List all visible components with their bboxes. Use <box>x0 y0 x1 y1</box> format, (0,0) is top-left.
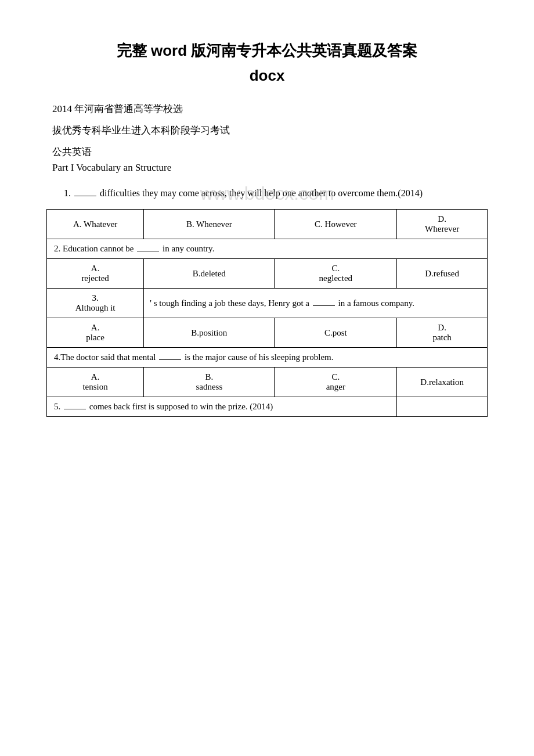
q1-option-d: D.Wherever <box>397 210 488 239</box>
q2-option-d: D.refused <box>397 259 488 289</box>
q5-question-row: 5. comes back first is supposed to win t… <box>47 397 488 417</box>
page-container: 完整 word 版河南专升本公共英语真题及答案 docx 2014 年河南省普通… <box>46 41 488 417</box>
q2-option-a: A.rejected <box>47 259 144 289</box>
q1-blank <box>73 188 100 198</box>
page-title-line2: docx <box>46 67 488 85</box>
answers-table: A. Whatever B. Whenever C. However D.Whe… <box>46 209 488 417</box>
q4-options-row: A.tension B.sadness C.anger D.relaxation <box>47 368 488 397</box>
q4-option-b: B.sadness <box>144 368 275 397</box>
q1-options-row: A. Whatever B. Whenever C. However D.Whe… <box>47 210 488 239</box>
selection-text: 拔优秀专科毕业生进入本科阶段学习考试 <box>52 124 488 137</box>
q2-option-b: B.deleted <box>144 259 275 289</box>
q3-question-row: 3.Although it ' s tough finding a job th… <box>47 289 488 318</box>
q2-options-row: A.rejected B.deleted C.neglected D.refus… <box>47 259 488 289</box>
q3-option-c: C.post <box>275 318 397 348</box>
q3-option-b: B.position <box>144 318 275 348</box>
page-title-line1: 完整 word 版河南专升本公共英语真题及答案 <box>46 41 488 61</box>
q2-question-row: 2. Education cannot be in any country. <box>47 239 488 259</box>
subject-label: 公共英语 <box>52 145 488 159</box>
q4-option-d: D.relaxation <box>397 368 488 397</box>
q4-option-a: A.tension <box>47 368 144 397</box>
q5-empty <box>397 397 488 417</box>
q3-label: 3.Although it <box>47 289 144 318</box>
q3-option-d: D.patch <box>397 318 488 348</box>
question-area: 1. difficulties they may come across, th… <box>46 185 488 201</box>
q4-question-row: 4.The doctor said that mental is the maj… <box>47 348 488 368</box>
q3-option-a: A.place <box>47 318 144 348</box>
q1-option-c: C. However <box>275 210 397 239</box>
q5-text: 5. comes back first is supposed to win t… <box>47 397 397 417</box>
q4-text: 4.The doctor said that mental is the maj… <box>47 348 488 368</box>
q2-option-c: C.neglected <box>275 259 397 289</box>
question-1-text: 1. difficulties they may come across, th… <box>64 185 488 201</box>
q1-body: difficulties they may come across, they … <box>100 188 423 198</box>
q3-text: ' s tough finding a job these days, Henr… <box>144 289 488 318</box>
q1-option-b: B. Whenever <box>144 210 275 239</box>
q1-option-a: A. Whatever <box>47 210 144 239</box>
q4-option-c: C.anger <box>275 368 397 397</box>
q2-text: 2. Education cannot be in any country. <box>47 239 488 259</box>
part-label: Part I Vocabulary an Structure <box>52 162 488 174</box>
q3-options-row: A.place B.position C.post D.patch <box>47 318 488 348</box>
q1-number: 1. <box>64 188 71 198</box>
year-school-text: 2014 年河南省普通高等学校选 <box>52 102 488 116</box>
